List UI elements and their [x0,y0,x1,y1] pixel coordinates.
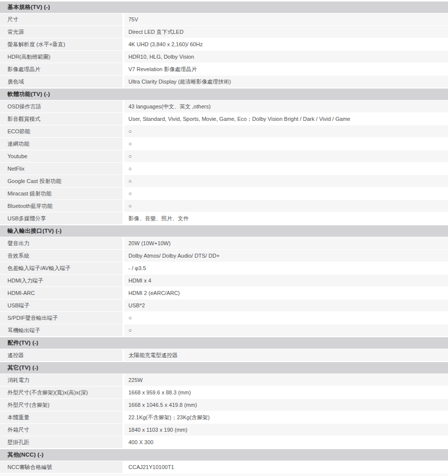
spec-label: 影音觀賞模式 [0,113,124,125]
spec-value: HDMI x 4 [124,275,448,286]
spec-value: Ultra Clarity Display (超清晰影像處理技術) [124,76,448,88]
spec-label: 遙控器 [0,349,124,361]
spec-value: ○ [124,200,448,212]
spec-value: 20W (10W+10W) [124,237,448,249]
spec-value: V7 Revelation 影像處理晶片 [124,63,448,75]
spec-value: HDMI 2 (eARC/ARC) [124,287,448,299]
spec-label: 廣色域 [0,76,124,88]
spec-value: 4K UHD (3,840 x 2,160)/ 60Hz [124,38,448,50]
spec-value: User, Standard, Vivid, Sports, Movie, Ga… [124,113,448,125]
spec-value: Direct LED 直下式LED [124,26,448,38]
spec-label: 尺寸 [0,13,124,25]
spec-value: 1668 x 1046.5 x 419.8 (mm) [124,399,448,411]
tv-spec-table: 基本規格(TV) (-)尺寸75V背光源Direct LED 直下式LED螢幕解… [0,0,448,474]
spec-value: ○ [124,150,448,162]
spec-label: Google Cast 投射功能 [0,175,124,187]
spec-row: 尺寸75V [0,13,448,26]
spec-label: 音效系統 [0,250,124,262]
spec-row: 連網功能○ [0,138,448,150]
spec-row: NetFlix○ [0,163,448,175]
spec-row: 影像處理晶片V7 Revelation 影像處理晶片 [0,63,448,76]
spec-row: 外型尺寸(不含腳架)(寬)x(高)x(深)1668 x 959.6 x 88.3… [0,386,448,399]
spec-label: OSD操作言語 [0,100,124,112]
spec-row: 消耗電力225W [0,374,448,386]
spec-row: Google Cast 投射功能○ [0,175,448,188]
spec-value: 1840 x 1103 x 190 (mm) [124,424,448,436]
spec-row: 螢幕解析度 (水平×垂直)4K UHD (3,840 x 2,160)/ 60H… [0,38,448,51]
spec-row: 耳機輸出端子○ [0,324,448,337]
spec-row: Bluetooth藍芽功能○ [0,200,448,212]
spec-row: 音效系統Dolby Atmos/ Dolby Audio/ DTS/ DD+ [0,250,448,262]
spec-row: 外箱尺寸1840 x 1103 x 190 (mm) [0,424,448,436]
spec-label: 耳機輸出端子 [0,324,124,336]
spec-value: USB*2 [124,299,448,311]
spec-row: 遙控器太陽能充電型遙控器 [0,349,448,362]
spec-row: HDR(高動態範圍)HDR10, HLG, Dolby Vision [0,51,448,63]
spec-row: HDMI-ARCHDMI 2 (eARC/ARC) [0,287,448,299]
spec-value: 太陽能充電型遙控器 [124,349,448,361]
spec-row: 外型尺寸(含腳架)1668 x 1046.5 x 419.8 (mm) [0,399,448,411]
spec-row: 背光源Direct LED 直下式LED [0,26,448,38]
spec-label: USB端子 [0,299,124,311]
spec-label: 螢幕解析度 (水平×垂直) [0,38,124,50]
spec-label: 聲音出力 [0,237,124,249]
spec-label: NetFlix [0,163,124,175]
section-header[interactable]: 配件(TV) (-) [0,337,448,349]
spec-label: S/PDIF聲音輸出端子 [0,312,124,324]
spec-label: 外箱尺寸 [0,424,124,436]
spec-row: 影音觀賞模式User, Standard, Vivid, Sports, Mov… [0,113,448,125]
spec-row: USB端子USB*2 [0,299,448,312]
spec-value: 22.1Kg(不含腳架)；23Kg(含腳架) [124,411,448,423]
section-header[interactable]: 軟體功能(TV) (-) [0,88,448,100]
section-header[interactable]: 基本規格(TV) (-) [0,1,448,13]
spec-label: 消耗電力 [0,374,124,386]
spec-label: 連網功能 [0,138,124,150]
spec-value: 43 languages(中文、英文 ,others) [124,100,448,112]
spec-row: 本體重量22.1Kg(不含腳架)；23Kg(含腳架) [0,411,448,424]
spec-value: CCAJ21Y10100T1 [124,461,448,473]
spec-value: 影像、音樂、照片、文件 [124,212,448,224]
spec-label: Youtube [0,150,124,162]
spec-value: 225W [124,374,448,386]
spec-row: 色差輸入端子/AV輸入端子- / φ3.5 [0,262,448,275]
spec-row: S/PDIF聲音輸出端子○ [0,312,448,324]
spec-row: OSD操作言語43 languages(中文、英文 ,others) [0,100,448,113]
spec-label: USB多媒體分享 [0,212,124,224]
spec-value: 400 X 300 [124,436,448,448]
spec-label: 外型尺寸(不含腳架)(寬)x(高)x(深) [0,386,124,398]
spec-value: ○ [124,138,448,150]
section-header[interactable]: 輸入輸出接口(TV) (-) [0,225,448,237]
spec-label: HDMI-ARC [0,287,124,299]
spec-row: 壁掛孔距400 X 300 [0,436,448,449]
spec-row: 廣色域Ultra Clarity Display (超清晰影像處理技術) [0,76,448,88]
spec-value: ○ [124,312,448,324]
spec-value: ○ [124,324,448,336]
spec-label: 色差輸入端子/AV輸入端子 [0,262,124,274]
spec-row: Youtube○ [0,150,448,163]
section-header[interactable]: 其他(NCC) (-) [0,449,448,461]
spec-row: NCC審驗合格編號CCAJ21Y10100T1 [0,461,448,474]
spec-label: 本體重量 [0,411,124,423]
spec-label: 外型尺寸(含腳架) [0,399,124,411]
spec-label: NCC審驗合格編號 [0,461,124,473]
spec-row: ECO節能○ [0,125,448,138]
spec-row: HDMI入力端子HDMI x 4 [0,275,448,287]
section-header[interactable]: 其它(TV) (-) [0,362,448,374]
spec-label: 背光源 [0,26,124,38]
spec-value: ○ [124,125,448,137]
spec-label: HDMI入力端子 [0,275,124,286]
spec-label: Miracast 鏡射功能 [0,188,124,199]
cutoff-row-sliver [0,474,448,476]
spec-value: HDR10, HLG, Dolby Vision [124,51,448,63]
spec-value: ○ [124,188,448,199]
spec-value: 75V [124,13,448,25]
spec-value: 1668 x 959.6 x 88.3 (mm) [124,386,448,398]
spec-label: Bluetooth藍芽功能 [0,200,124,212]
spec-value: Dolby Atmos/ Dolby Audio/ DTS/ DD+ [124,250,448,262]
spec-label: 影像處理晶片 [0,63,124,75]
spec-row: USB多媒體分享影像、音樂、照片、文件 [0,212,448,225]
spec-label: 壁掛孔距 [0,436,124,448]
spec-label: HDR(高動態範圍) [0,51,124,63]
spec-label: ECO節能 [0,125,124,137]
spec-value: - / φ3.5 [124,262,448,274]
